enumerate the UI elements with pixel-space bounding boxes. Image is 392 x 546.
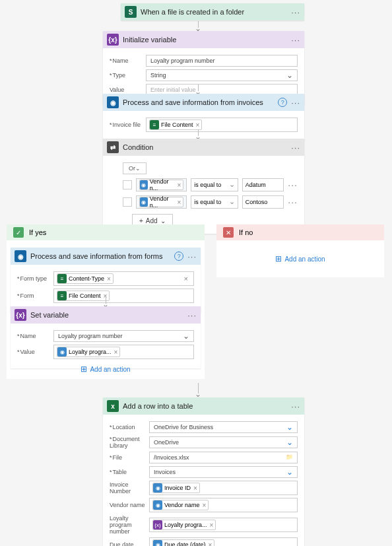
- excel-column-row: Vendor name◉Vendor name×: [110, 498, 298, 512]
- token[interactable]: ◉Invoice ID×: [152, 483, 200, 493]
- token-file-content[interactable]: ≡ File Content ×: [149, 119, 202, 130]
- excel-column-row: Loyalty program number{x}Loyalty progra.…: [110, 515, 298, 535]
- file-picker[interactable]: /Invoices.xlsx: [149, 452, 298, 463]
- label-file: File: [110, 454, 149, 461]
- condition-row: ◉Vendor n...× is equal to Contoso ···: [110, 195, 298, 209]
- type-select[interactable]: String: [146, 69, 298, 81]
- excel-col-input[interactable]: ◉Vendor name×: [149, 498, 298, 512]
- chip-icon: ≡: [57, 274, 67, 283]
- if-no-bar: ✕ If no: [216, 224, 384, 240]
- menu-dots[interactable]: ···: [291, 98, 300, 108]
- token[interactable]: ◉Vendor name×: [152, 500, 209, 510]
- remove-token[interactable]: ×: [177, 199, 181, 206]
- set-var-card[interactable]: {x} Set variable ··· Name Loyalty progra…: [11, 306, 201, 368]
- row-checkbox[interactable]: [123, 197, 132, 207]
- arrow-down: ⌄: [193, 383, 203, 396]
- label-name: Name: [17, 333, 53, 339]
- variable-icon: {x}: [15, 309, 26, 321]
- if-yes-label: If yes: [29, 228, 46, 236]
- name-input[interactable]: Loyalty program number: [146, 55, 298, 67]
- condition-card[interactable]: ⇄ Condition ··· Or ⌄ ◉Vendor n...× is eq…: [103, 139, 304, 234]
- chip-icon: ◉: [57, 347, 67, 357]
- cond-value-input[interactable]: Contoso: [242, 195, 284, 209]
- group-op-select[interactable]: Or ⌄: [123, 162, 147, 174]
- trigger-card[interactable]: S When a file is created in a folder ···: [121, 3, 304, 20]
- no-branch-body: Add an action: [216, 240, 384, 277]
- value-input[interactable]: ◉ Loyalty progra... ×: [53, 345, 194, 359]
- token[interactable]: {x}Loyalty progra...×: [152, 520, 216, 530]
- menu-dots[interactable]: ···: [291, 7, 300, 17]
- remove-token[interactable]: ×: [114, 349, 118, 356]
- row-menu[interactable]: ···: [288, 180, 298, 190]
- add-action-link[interactable]: Add an action: [81, 364, 130, 374]
- excel-col-label: Due date: [110, 541, 149, 546]
- menu-dots[interactable]: ···: [187, 310, 197, 320]
- ai-icon: ◉: [15, 250, 26, 262]
- arrow-down: ⌄: [193, 129, 203, 139]
- remove-token[interactable]: ×: [193, 485, 197, 492]
- menu-dots[interactable]: ···: [291, 401, 300, 411]
- info-icon[interactable]: ?: [174, 252, 183, 261]
- cond-field[interactable]: ◉Vendor n...×: [136, 195, 187, 209]
- remove-token[interactable]: ×: [203, 502, 207, 509]
- invoice-file-input[interactable]: ≡ File Content ×: [146, 118, 298, 132]
- arrow-down: ⌄: [193, 21, 203, 30]
- if-no-label: If no: [239, 228, 253, 236]
- cond-value-input[interactable]: Adatum: [242, 178, 284, 191]
- excel-column-row: Due date◉Due date (date)×: [110, 537, 298, 546]
- excel-col-input[interactable]: ◉Due date (date)×: [149, 537, 298, 546]
- cond-op-select[interactable]: is equal to: [191, 195, 238, 209]
- cond-op-select[interactable]: is equal to: [191, 178, 238, 191]
- cond-field[interactable]: ◉Vendor n...×: [136, 178, 187, 191]
- label-location: Location: [110, 424, 149, 430]
- arrow-down: ⌄: [100, 297, 111, 306]
- label-form: Form: [17, 292, 53, 299]
- form-type-input[interactable]: ≡ Content-Type × ×: [53, 271, 194, 286]
- excel-col-input[interactable]: {x}Loyalty progra...×: [149, 518, 298, 532]
- chip-icon: ◉: [153, 500, 162, 510]
- clear-icon[interactable]: ×: [184, 275, 188, 283]
- remove-token[interactable]: ×: [107, 275, 111, 283]
- menu-dots[interactable]: ···: [291, 35, 300, 45]
- remove-token[interactable]: ×: [196, 121, 200, 129]
- table-select[interactable]: Invoices: [149, 466, 298, 478]
- arrow-down: ⌄: [193, 85, 203, 94]
- token-content-type[interactable]: ≡ Content-Type ×: [57, 273, 114, 284]
- add-action-link[interactable]: Add an action: [275, 254, 325, 263]
- set-var-title: Set variable: [30, 311, 187, 319]
- condition-icon: ⇄: [107, 141, 119, 153]
- name-select[interactable]: Loyalty program number: [53, 330, 194, 342]
- chip-icon: ◉: [140, 197, 148, 207]
- variable-icon: {x}: [107, 34, 119, 46]
- excel-col-label: Invoice Number: [110, 481, 149, 495]
- menu-dots[interactable]: ···: [187, 252, 197, 261]
- label-invoice-file: Invoice file: [110, 121, 146, 128]
- label-type: Type: [110, 72, 146, 79]
- label-table: Table: [110, 469, 149, 475]
- chip-icon: ◉: [153, 540, 162, 546]
- menu-dots[interactable]: ···: [291, 143, 300, 153]
- token[interactable]: ◉Due date (date)×: [152, 539, 214, 546]
- chip-icon: ≡: [57, 291, 67, 300]
- excel-title: Add a row into a table: [123, 402, 291, 410]
- remove-token[interactable]: ×: [210, 522, 214, 529]
- label-value: Value: [110, 86, 146, 93]
- trigger-title: When a file is created in a folder: [141, 8, 291, 16]
- label-name: Name: [110, 57, 146, 64]
- info-icon[interactable]: ?: [278, 98, 287, 107]
- token-loyalty[interactable]: ◉ Loyalty progra... ×: [57, 347, 120, 357]
- row-menu[interactable]: ···: [288, 197, 298, 207]
- row-checkbox[interactable]: [123, 180, 132, 189]
- excel-col-label: Loyalty program number: [110, 515, 149, 535]
- excel-col-input[interactable]: ◉Invoice ID×: [149, 481, 298, 495]
- excel-card[interactable]: x Add a row into a table ··· Location On…: [103, 397, 304, 546]
- remove-token[interactable]: ×: [209, 541, 212, 547]
- form-input[interactable]: ≡ File Content ×: [53, 289, 194, 303]
- location-select[interactable]: OneDrive for Business: [149, 421, 298, 433]
- remove-token[interactable]: ×: [177, 182, 181, 189]
- init-var-title: Initialize variable: [123, 36, 291, 44]
- ai-invoices-card[interactable]: ◉ Process and save information from invo…: [103, 94, 304, 141]
- label-form-type: Form type: [17, 275, 53, 282]
- x-icon: ✕: [223, 227, 234, 238]
- doclib-select[interactable]: OneDrive: [149, 436, 298, 448]
